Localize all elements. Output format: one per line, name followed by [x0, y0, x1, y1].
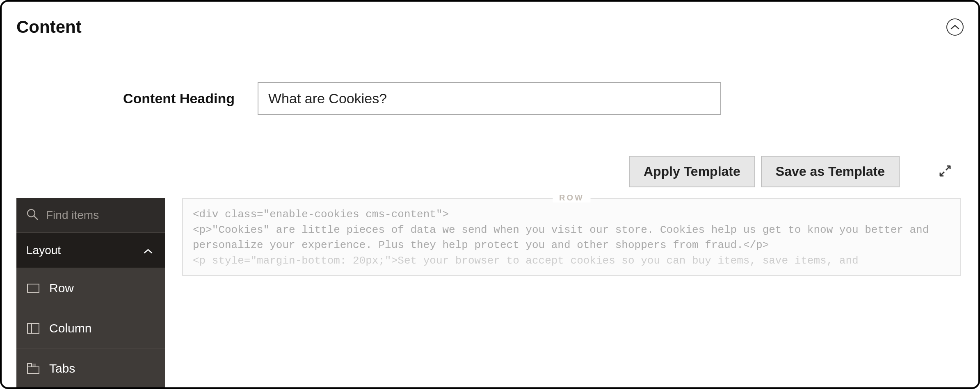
- content-heading-row: Content Heading: [123, 82, 964, 115]
- content-heading-label: Content Heading: [123, 91, 235, 107]
- sidebar-search: [16, 198, 165, 232]
- sidebar-item-label: Row: [49, 281, 74, 295]
- svg-rect-7: [27, 367, 39, 373]
- collapse-toggle[interactable]: [946, 18, 964, 36]
- sidebar-item-tabs[interactable]: Tabs: [16, 348, 165, 388]
- components-sidebar: Layout Row Column: [16, 198, 165, 388]
- html-code-preview: <div class="enable-cookies cms-content">…: [193, 207, 950, 268]
- svg-line-3: [34, 216, 37, 219]
- chevron-up-icon: [950, 24, 959, 30]
- sidebar-item-column[interactable]: Column: [16, 308, 165, 348]
- page-builder: Layout Row Column: [16, 198, 964, 388]
- builder-toolbar: Apply Template Save as Template: [16, 156, 964, 187]
- save-as-template-button[interactable]: Save as Template: [761, 156, 900, 187]
- chevron-up-icon: [144, 244, 153, 257]
- sidebar-group-label: Layout: [26, 244, 61, 257]
- builder-canvas[interactable]: ROW <div class="enable-cookies cms-conte…: [182, 198, 964, 276]
- section-title: Content: [16, 17, 82, 37]
- svg-rect-4: [27, 284, 39, 292]
- expand-icon: [939, 164, 952, 179]
- content-heading-input[interactable]: [258, 82, 721, 115]
- svg-rect-9: [32, 364, 36, 367]
- sidebar-item-row[interactable]: Row: [16, 268, 165, 308]
- sidebar-item-label: Tabs: [49, 362, 75, 375]
- sidebar-group-layout[interactable]: Layout: [16, 232, 165, 268]
- apply-template-button[interactable]: Apply Template: [629, 156, 755, 187]
- svg-rect-5: [27, 323, 39, 333]
- sidebar-search-input[interactable]: [46, 209, 155, 222]
- search-icon: [26, 208, 39, 222]
- content-section: Content Content Heading Apply Template S…: [0, 0, 980, 389]
- sidebar-item-label: Column: [49, 321, 91, 335]
- canvas-row-label: ROW: [553, 193, 591, 202]
- tabs-icon: [26, 363, 40, 374]
- column-icon: [26, 323, 40, 334]
- section-header: Content: [16, 17, 964, 37]
- fullscreen-button[interactable]: [931, 157, 959, 186]
- canvas-row-block[interactable]: ROW <div class="enable-cookies cms-conte…: [182, 198, 961, 276]
- svg-rect-8: [27, 364, 32, 367]
- row-icon: [26, 284, 40, 293]
